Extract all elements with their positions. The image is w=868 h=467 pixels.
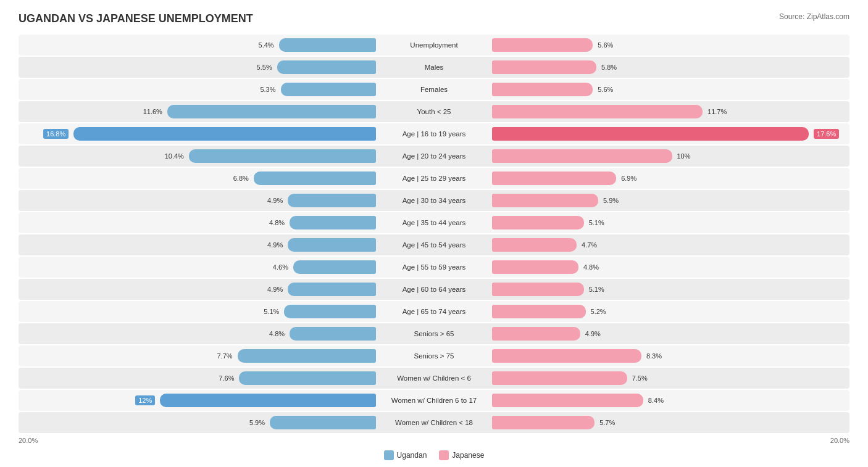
bar-left: 4.9% — [288, 238, 376, 252]
bar-right-container: 11.7% — [490, 101, 849, 122]
bar-label-left: 16.8% — [43, 129, 69, 139]
bar-right-container: 5.9% — [490, 190, 849, 211]
row-label: Age | 55 to 59 years — [378, 263, 490, 271]
bar-left-container: 5.9% — [19, 412, 378, 433]
bar-right: 5.6% — [492, 38, 593, 52]
bar-label-right: 5.2% — [591, 308, 606, 315]
japanese-color-swatch — [439, 450, 449, 460]
chart-row: 4.8% Seniors > 65 4.9% — [19, 323, 849, 344]
bar-label-left: 4.8% — [269, 219, 285, 226]
row-inner: 10.4% Age | 20 to 24 years 10% — [19, 146, 849, 167]
row-inner: 4.9% Age | 30 to 34 years 5.9% — [19, 190, 849, 211]
bar-left: 16.8% — [73, 127, 376, 141]
bar-right-container: 5.6% — [490, 35, 849, 56]
bar-label-right: 5.6% — [598, 41, 613, 49]
axis-row: 20.0% 20.0% — [19, 437, 849, 444]
row-inner: 5.9% Women w/ Children < 18 5.7% — [19, 412, 849, 433]
bar-label-left: 4.9% — [267, 286, 283, 293]
bar-left: 5.4% — [279, 38, 376, 52]
row-inner: 4.6% Age | 55 to 59 years 4.8% — [19, 257, 849, 278]
row-label: Age | 30 to 34 years — [378, 197, 490, 204]
bar-right: 10% — [492, 149, 672, 163]
chart-row: 4.6% Age | 55 to 59 years 4.8% — [19, 257, 849, 278]
row-label: Age | 60 to 64 years — [378, 286, 490, 293]
row-label: Seniors > 65 — [378, 330, 490, 337]
bar-right: 5.2% — [492, 305, 586, 318]
chart-row: 4.9% Age | 30 to 34 years 5.9% — [19, 190, 849, 211]
bar-label-left: 5.5% — [257, 64, 272, 71]
bar-right: 8.3% — [492, 349, 641, 363]
row-label: Youth < 25 — [378, 108, 490, 115]
bar-left: 6.8% — [254, 172, 376, 185]
bar-left: 5.9% — [270, 416, 376, 429]
bar-left-container: 16.8% — [19, 123, 378, 144]
bar-right-container: 5.6% — [490, 79, 849, 100]
bar-label-left: 5.1% — [264, 308, 279, 315]
row-label: Seniors > 75 — [378, 352, 490, 360]
bar-right: 17.6% — [492, 127, 809, 141]
legend-japanese-label: Japanese — [452, 451, 484, 460]
chart-area: 5.4% Unemployment 5.6% 5.5% Males 5.8% — [19, 35, 849, 433]
row-label: Females — [378, 86, 490, 93]
bar-label-left: 7.7% — [217, 352, 232, 360]
bar-left-container: 4.9% — [19, 234, 378, 255]
bar-left: 4.9% — [288, 283, 376, 296]
bar-right-container: 4.9% — [490, 323, 849, 344]
bar-right: 5.7% — [492, 416, 595, 429]
row-inner: 5.4% Unemployment 5.6% — [19, 35, 849, 56]
bar-left: 10.4% — [189, 149, 376, 163]
bar-left-container: 7.7% — [19, 345, 378, 366]
bar-label-left: 4.8% — [269, 330, 285, 337]
bar-label-right: 6.9% — [621, 175, 636, 182]
row-inner: 11.6% Youth < 25 11.7% — [19, 101, 849, 122]
bar-left-container: 5.1% — [19, 301, 378, 322]
bar-right-container: 5.1% — [490, 279, 849, 300]
row-label: Unemployment — [378, 41, 490, 49]
bar-right-container: 4.7% — [490, 234, 849, 255]
chart-container: UGANDAN VS JAPANESE UNEMPLOYMENT Source:… — [19, 12, 849, 460]
chart-row: 5.1% Age | 65 to 74 years 5.2% — [19, 301, 849, 322]
bar-label-right: 5.6% — [598, 86, 613, 93]
chart-row: 5.4% Unemployment 5.6% — [19, 35, 849, 56]
bar-right: 4.8% — [492, 260, 578, 274]
bar-label-right: 8.3% — [646, 352, 662, 360]
bar-left-container: 4.8% — [19, 323, 378, 344]
bar-right: 4.9% — [492, 327, 580, 341]
bar-left: 4.6% — [293, 260, 376, 274]
bar-left-container: 11.6% — [19, 101, 378, 122]
bar-left: 4.8% — [290, 327, 376, 341]
bar-left-container: 5.4% — [19, 35, 378, 56]
bar-left-container: 4.9% — [19, 190, 378, 211]
bar-label-right: 7.5% — [632, 374, 648, 382]
bar-right-container: 5.2% — [490, 301, 849, 322]
chart-row: 5.9% Women w/ Children < 18 5.7% — [19, 412, 849, 433]
bar-right-container: 8.3% — [490, 345, 849, 366]
bar-label-right: 11.7% — [707, 108, 727, 115]
bar-label-right: 5.7% — [599, 419, 615, 426]
axis-left: 20.0% — [19, 437, 378, 444]
bar-right: 4.7% — [492, 238, 577, 252]
row-inner: 5.1% Age | 65 to 74 years 5.2% — [19, 301, 849, 322]
bar-right-container: 10% — [490, 146, 849, 167]
bar-label-left: 5.3% — [260, 86, 275, 93]
bar-right-container: 5.1% — [490, 212, 849, 233]
bar-right-container: 5.8% — [490, 57, 849, 78]
bar-right: 5.1% — [492, 216, 584, 229]
legend-ugandan: Ugandan — [384, 450, 427, 460]
row-inner: 4.9% Age | 60 to 64 years 5.1% — [19, 279, 849, 300]
bar-label-right: 5.1% — [589, 286, 604, 293]
chart-row: 5.3% Females 5.6% — [19, 79, 849, 100]
row-inner: 5.3% Females 5.6% — [19, 79, 849, 100]
bar-right: 5.1% — [492, 283, 584, 296]
bar-label-right: 5.9% — [603, 197, 619, 204]
bar-label-left: 12% — [135, 395, 155, 405]
bar-right: 6.9% — [492, 172, 616, 185]
row-label: Women w/ Children 6 to 17 — [378, 397, 490, 404]
bar-left: 4.8% — [290, 216, 376, 229]
bar-label-left: 6.8% — [233, 175, 249, 182]
source-text: Source: ZipAtlas.com — [779, 12, 849, 21]
bar-label-left: 7.6% — [219, 374, 234, 382]
bar-right-container: 17.6% — [490, 123, 849, 144]
bar-label-right: 4.7% — [582, 241, 597, 249]
chart-row: 4.8% Age | 35 to 44 years 5.1% — [19, 212, 849, 233]
